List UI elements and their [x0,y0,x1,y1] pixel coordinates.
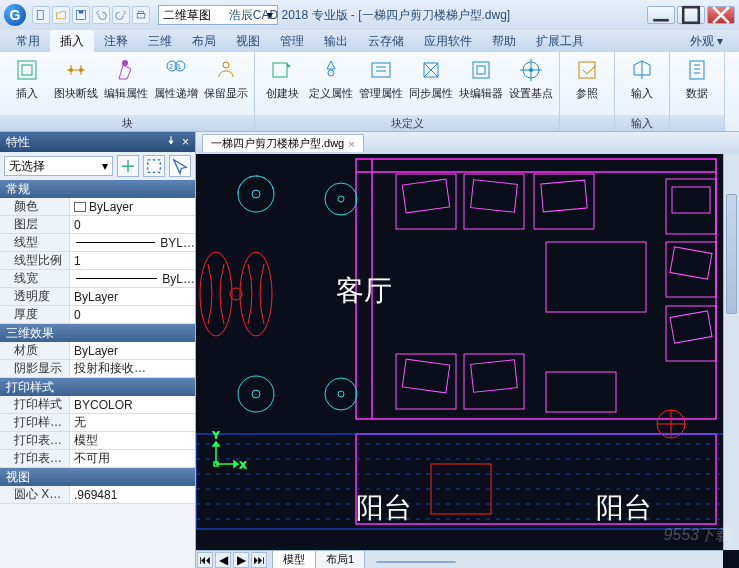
ribbon-icon [317,56,345,84]
prop-value[interactable]: .969481 [70,486,195,503]
ribbon-属性递增[interactable]: 21属性递增 [154,56,198,101]
scroll-first-icon[interactable]: ⏮ [197,552,213,568]
ribbon-图块断线[interactable]: 图块断线 [54,56,98,101]
prop-value[interactable]: 无 [70,414,195,431]
prop-value[interactable]: BYCOLOR [70,396,195,413]
prop-value[interactable]: 0 [70,306,195,323]
ribbon-参照[interactable]: 参照 [566,56,608,101]
menu-tab-应用软件[interactable]: 应用软件 [414,30,482,52]
menu-tab-输出[interactable]: 输出 [314,30,358,52]
qat-redo-icon[interactable] [112,6,130,24]
horizontal-scrollbar[interactable]: ⏮ ◀ ▶ ⏭ 模型布局1 [196,550,723,568]
qat-save-icon[interactable] [72,6,90,24]
qat-print-icon[interactable] [132,6,150,24]
close-button[interactable] [707,6,735,24]
ribbon-输入[interactable]: 输入 [621,56,663,101]
pin-icon[interactable] [166,135,176,145]
toggle-pickadd-icon[interactable] [117,155,139,177]
prop-row[interactable]: 图层0 [0,216,195,234]
props-section-打印样式[interactable]: 打印样式 [0,378,195,396]
menu-tab-插入[interactable]: 插入 [50,30,94,52]
menu-tab-云存储[interactable]: 云存储 [358,30,414,52]
prop-value[interactable]: ByL… [70,270,195,287]
qat-new-icon[interactable] [32,6,50,24]
prop-row[interactable]: 厚度0 [0,306,195,324]
menu-tab-帮助[interactable]: 帮助 [482,30,526,52]
ribbon-管理属性[interactable]: 管理属性 [359,56,403,101]
layout-tab-模型[interactable]: 模型 [272,550,316,568]
ribbon-icon [367,56,395,84]
scrollbar-thumb[interactable] [726,194,737,314]
prop-value[interactable]: 0 [70,216,195,233]
svg-point-62 [325,183,357,215]
prop-value[interactable]: 不可用 [70,450,195,467]
vertical-scrollbar[interactable] [723,154,739,550]
ribbon-group-label: 块定义 [255,115,559,131]
menu-tab-视图[interactable]: 视图 [226,30,270,52]
menu-tab-常用[interactable]: 常用 [6,30,50,52]
ribbon-同步属性[interactable]: 同步属性 [409,56,453,101]
minimize-button[interactable] [647,6,675,24]
prop-row[interactable]: 颜色ByLayer [0,198,195,216]
menu-tab-布局[interactable]: 布局 [182,30,226,52]
app-icon[interactable]: G [4,4,26,26]
prop-row[interactable]: 线型比例1 [0,252,195,270]
ribbon-数据[interactable]: 数据 [676,56,718,101]
prop-row[interactable]: 线宽ByL… [0,270,195,288]
props-section-视图[interactable]: 视图 [0,468,195,486]
scroll-last-icon[interactable]: ⏭ [251,552,267,568]
prop-value[interactable]: 1 [70,252,195,269]
qat-undo-icon[interactable] [92,6,110,24]
prop-value[interactable]: BYL… [70,234,195,251]
prop-value[interactable]: ByLayer [70,198,195,215]
menu-tab-扩展工具[interactable]: 扩展工具 [526,30,594,52]
menu-tab-管理[interactable]: 管理 [270,30,314,52]
prop-row[interactable]: 材质ByLayer [0,342,195,360]
layout-tab-布局1[interactable]: 布局1 [315,550,365,568]
svg-rect-8 [22,65,32,75]
maximize-button[interactable] [677,6,705,24]
select-objects-icon[interactable] [143,155,165,177]
props-section-常规[interactable]: 常规 [0,180,195,198]
prop-value[interactable]: 模型 [70,432,195,449]
prop-row[interactable]: 线型BYL… [0,234,195,252]
ribbon-插入[interactable]: 插入 [6,56,48,101]
props-section-三维效果[interactable]: 三维效果 [0,324,195,342]
prop-value[interactable]: 投射和接收… [70,360,195,377]
selection-filter-select[interactable]: 无选择▾ [4,156,113,176]
scroll-left-icon[interactable]: ◀ [215,552,231,568]
ribbon-创建块[interactable]: 创建块 [261,56,303,101]
prop-value[interactable]: ByLayer [70,288,195,305]
panel-close-icon[interactable]: × [182,135,189,149]
prop-key: 线型比例 [0,252,70,269]
qat-open-icon[interactable] [52,6,70,24]
ribbon-定义属性[interactable]: 定义属性 [309,56,353,101]
quick-select-icon[interactable] [169,155,191,177]
svg-point-18 [328,70,334,76]
chevron-down-icon: ▾ [102,159,108,173]
prop-row[interactable]: 打印表…模型 [0,432,195,450]
prop-row[interactable]: 打印样式BYCOLOR [0,396,195,414]
scroll-right-icon[interactable]: ▶ [233,552,249,568]
prop-row[interactable]: 阴影显示投射和接收… [0,360,195,378]
svg-rect-3 [137,14,145,19]
document-tab[interactable]: 一梯四户剪刀楼梯户型.dwg × [202,134,364,152]
scrollbar-thumb[interactable] [376,561,456,563]
ribbon-设置基点[interactable]: 设置基点 [509,56,553,101]
prop-row[interactable]: 打印表…不可用 [0,450,195,468]
ribbon-label: 块编辑器 [459,86,503,101]
svg-point-60 [238,376,274,412]
prop-value[interactable]: ByLayer [70,342,195,359]
ribbon-保留显示[interactable]: 保留显示 [204,56,248,101]
ribbon-label: 创建块 [266,86,299,101]
ribbon-块编辑器[interactable]: 块编辑器 [459,56,503,101]
menu-tab-外观[interactable]: 外观 ▾ [680,30,733,52]
tab-close-icon[interactable]: × [348,138,354,150]
ribbon-编辑属性[interactable]: 编辑属性 [104,56,148,101]
prop-row[interactable]: 打印样…无 [0,414,195,432]
prop-row[interactable]: 透明度ByLayer [0,288,195,306]
drawing-viewport[interactable]: X Y 客厅 阳台 阳台 ⏮ ◀ ▶ ⏭ 模型布局1 9553下载 [196,154,739,568]
menu-tab-注释[interactable]: 注释 [94,30,138,52]
menu-tab-三维[interactable]: 三维 [138,30,182,52]
prop-row[interactable]: 圆心 X….969481 [0,486,195,504]
